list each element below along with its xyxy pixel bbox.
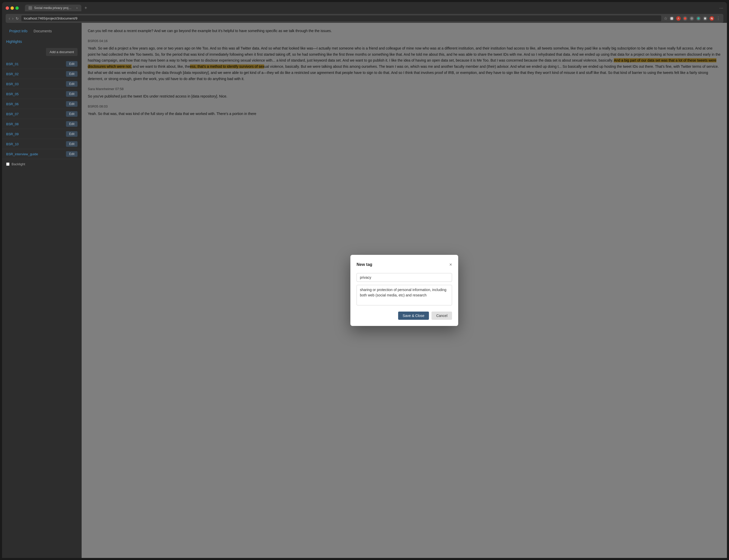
document-list-item: BSR_interview_guide Edit xyxy=(2,149,82,159)
edit-document-button[interactable]: Edit xyxy=(66,121,78,127)
modal-title: New tag xyxy=(357,261,372,268)
sidebar-nav: Project Info Documents xyxy=(2,27,82,35)
tab-favicon xyxy=(28,6,32,10)
extension-icon-6[interactable] xyxy=(703,16,707,21)
forward-button[interactable]: › xyxy=(12,16,13,21)
tab-title: Social media privacy project | xyxy=(34,6,73,10)
sidebar-nav-documents[interactable]: Documents xyxy=(31,27,55,35)
back-button[interactable]: ‹ xyxy=(9,16,10,21)
sidebar-nav-project-info[interactable]: Project Info xyxy=(6,27,31,35)
browser-chrome: Social media privacy project | × + ⋯ ‹ ›… xyxy=(2,2,727,23)
backlight-checkbox[interactable] xyxy=(6,162,9,166)
minimize-window-button[interactable] xyxy=(11,6,14,10)
edit-document-button[interactable]: Edit xyxy=(66,71,78,77)
nav-buttons: ‹ › ↻ xyxy=(9,16,19,21)
edit-document-button[interactable]: Edit xyxy=(66,91,78,97)
add-document-button[interactable]: Add a document xyxy=(46,48,78,56)
edit-document-button[interactable]: Edit xyxy=(66,81,78,87)
add-document-container: Add a document xyxy=(2,48,82,56)
user-avatar[interactable]: N xyxy=(709,16,714,21)
backlight-toggle[interactable]: Backlight xyxy=(2,159,82,169)
document-name[interactable]: BSR_09 xyxy=(6,132,18,136)
browser-menu-icon[interactable]: ⋮ xyxy=(716,16,720,21)
bookmark-icon[interactable]: ☆ xyxy=(664,16,667,21)
document-name[interactable]: BSR_02 xyxy=(6,72,18,76)
document-list: BSR_01 Edit BSR_02 Edit BSR_03 Edit BSR_… xyxy=(2,59,82,159)
document-name[interactable]: BSR_07 xyxy=(6,112,18,116)
browser-more-button[interactable]: ⋯ xyxy=(719,6,723,11)
cancel-button[interactable]: Cancel xyxy=(431,312,452,320)
document-list-item: BSR_08 Edit xyxy=(2,119,82,129)
new-tab-button[interactable]: + xyxy=(82,6,89,10)
address-bar: ‹ › ↻ ☆ A N ⋮ xyxy=(6,14,723,23)
url-input[interactable] xyxy=(21,15,661,21)
sidebar: Project Info Documents Highlights Add a … xyxy=(2,23,82,558)
toolbar-icons: ☆ A N ⋮ xyxy=(664,16,720,21)
svg-rect-4 xyxy=(704,17,706,20)
tag-description-input[interactable] xyxy=(357,285,452,305)
backlight-label: Backlight xyxy=(12,162,25,166)
document-name[interactable]: BSR_08 xyxy=(6,122,18,126)
highlights-link[interactable]: Highlights xyxy=(6,40,22,44)
svg-rect-0 xyxy=(670,17,673,20)
document-name[interactable]: BSR_10 xyxy=(6,142,18,146)
edit-document-button[interactable]: Edit xyxy=(66,141,78,147)
modal-overlay[interactable]: New tag × Save & Close Cancel xyxy=(82,23,727,558)
extension-icon-3[interactable] xyxy=(683,16,687,21)
highlights-link-container: Highlights xyxy=(2,39,82,44)
document-list-item: BSR_09 Edit xyxy=(2,129,82,139)
extension-icon-2[interactable]: A xyxy=(676,16,681,21)
modal-actions: Save & Close Cancel xyxy=(357,312,452,320)
main-content: Can you tell me about a recent example? … xyxy=(82,23,727,558)
edit-document-button[interactable]: Edit xyxy=(66,101,78,107)
refresh-button[interactable]: ↻ xyxy=(16,16,19,21)
extension-icon-4[interactable] xyxy=(689,16,694,21)
document-name[interactable]: BSR_01 xyxy=(6,62,18,66)
tab-bar: Social media privacy project | × + xyxy=(25,5,717,11)
maximize-window-button[interactable] xyxy=(15,6,19,10)
edit-document-button[interactable]: Edit xyxy=(66,151,78,157)
svg-point-2 xyxy=(690,17,693,20)
document-list-item: BSR_06 Edit xyxy=(2,99,82,109)
document-list-item: BSR_10 Edit xyxy=(2,139,82,149)
document-list-item: BSR_03 Edit xyxy=(2,79,82,89)
close-window-button[interactable] xyxy=(6,6,9,10)
modal-header: New tag × xyxy=(357,261,452,268)
save-close-button[interactable]: Save & Close xyxy=(398,312,429,320)
document-list-item: BSR_05 Edit xyxy=(2,89,82,99)
extension-icon-5[interactable] xyxy=(696,16,701,21)
document-name[interactable]: BSR_interview_guide xyxy=(6,152,38,156)
modal-close-button[interactable]: × xyxy=(449,262,452,267)
extension-icon-1[interactable] xyxy=(669,16,674,21)
document-name[interactable]: BSR_06 xyxy=(6,102,18,106)
edit-document-button[interactable]: Edit xyxy=(66,111,78,117)
document-name[interactable]: BSR_05 xyxy=(6,92,18,96)
svg-point-3 xyxy=(697,17,700,20)
document-list-item: BSR_02 Edit xyxy=(2,69,82,79)
active-tab[interactable]: Social media privacy project | × xyxy=(25,5,81,11)
edit-document-button[interactable]: Edit xyxy=(66,61,78,67)
new-tag-modal: New tag × Save & Close Cancel xyxy=(350,255,458,326)
edit-document-button[interactable]: Edit xyxy=(66,131,78,137)
tab-close-button[interactable]: × xyxy=(76,6,78,9)
document-list-item: BSR_07 Edit xyxy=(2,109,82,119)
document-list-item: BSR_01 Edit xyxy=(2,59,82,69)
document-name[interactable]: BSR_03 xyxy=(6,82,18,86)
tag-name-input[interactable] xyxy=(357,273,452,282)
app-container: Project Info Documents Highlights Add a … xyxy=(2,23,727,558)
traffic-lights xyxy=(6,6,19,10)
title-bar: Social media privacy project | × + ⋯ xyxy=(6,5,723,11)
svg-point-1 xyxy=(684,17,686,20)
